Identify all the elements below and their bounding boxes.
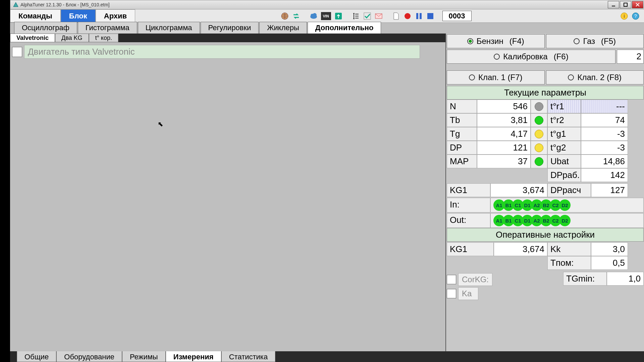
radio-valve1[interactable]: Клап. 1 (F7) [447, 70, 545, 84]
indicator-tr1 [535, 102, 543, 111]
svg-rect-10 [364, 13, 371, 19]
close-button[interactable] [632, 1, 643, 8]
btab-general[interactable]: Общие [17, 351, 56, 362]
info-icon[interactable]: i [620, 12, 628, 20]
minimize-button[interactable] [608, 1, 619, 8]
radio-indicator-off [574, 38, 580, 44]
value-DPrasch: 127 [591, 183, 628, 197]
badge-D2: D2 [559, 199, 571, 211]
app-icon [13, 2, 18, 7]
value-DPrab: 142 [581, 168, 628, 182]
indicator-tr2 [535, 116, 543, 125]
label-Ubat: Ubat [547, 155, 581, 168]
checkbox-corkg[interactable] [447, 275, 456, 284]
counter-display: 0003 [442, 11, 472, 21]
svg-point-8 [313, 13, 317, 17]
list-icon[interactable] [352, 12, 360, 20]
section-current-params: Текущие параметры [447, 86, 644, 100]
menu-commands[interactable]: Команды [10, 9, 61, 22]
value-Kk[interactable]: 3,0 [591, 242, 628, 256]
radio-valve2[interactable]: Клап. 2 (F8) [546, 70, 644, 84]
btab-measurements[interactable]: Измерения [166, 351, 221, 362]
value-Tpom[interactable]: 0,5 [591, 256, 628, 270]
label-N: N [447, 100, 477, 113]
label-op-KG1: KG1 [447, 242, 494, 256]
radio-petrol-label: Бензин [477, 37, 503, 46]
titlebar: AlphaTuner 12.1.30 - Блок - [MS_010.etm] [10, 0, 644, 9]
label-Out: Out: [447, 213, 490, 228]
label-tr2: t°r2 [547, 113, 581, 127]
checkbox-valvetronic[interactable] [12, 47, 22, 57]
btab-statistics[interactable]: Статистика [221, 351, 276, 362]
value-DP: 121 [477, 141, 531, 155]
value-tg2: -3 [581, 141, 628, 155]
svg-text:?: ? [634, 13, 637, 19]
mail-icon[interactable] [375, 12, 383, 20]
params-grid: N 546 t°r1 --- Tb 3,81 t°r2 74 Tg 4,17 t… [447, 100, 644, 182]
svg-rect-15 [427, 13, 433, 19]
svg-rect-14 [420, 13, 422, 19]
menu-block[interactable]: Блок [61, 9, 96, 22]
cloud-icon[interactable] [310, 12, 318, 20]
label-KG1: KG1 [447, 183, 490, 197]
label-Tg: Tg [447, 127, 477, 141]
calibration-value[interactable]: 2 [617, 50, 644, 64]
checkbox-valvetronic-label: Двигатель типа Valvetronic [24, 45, 420, 59]
btab-modes[interactable]: Режимы [122, 351, 166, 362]
stop-icon[interactable] [426, 12, 434, 20]
label-Tb: Tb [447, 113, 477, 127]
badges-out: A1B1C1D1A2B2C2D2 [490, 213, 644, 228]
value-N: 546 [477, 100, 531, 113]
indicator-tg2 [535, 143, 543, 152]
subtab-dvakg[interactable]: Два KG [55, 34, 89, 42]
svg-text:i: i [624, 13, 625, 19]
label-DPrasch: DPрасч [547, 183, 591, 197]
label-Kk: Kk [547, 242, 591, 256]
check-icon[interactable] [363, 12, 371, 20]
section-oper-settings: Оперативные настройки [447, 228, 644, 242]
subtab-tkor[interactable]: t° кор. [89, 34, 118, 42]
svg-marker-0 [13, 2, 18, 7]
label-tg2: t°g2 [547, 141, 581, 155]
pause-icon[interactable] [415, 12, 423, 20]
label-corkg: CorKG: [458, 273, 492, 286]
maximize-button[interactable] [620, 1, 631, 8]
value-MAP: 37 [477, 155, 531, 168]
value-Tb: 3,81 [477, 113, 531, 127]
tab-jets[interactable]: Жиклеры [259, 22, 307, 34]
label-TGmin: TGmin: [563, 272, 607, 286]
bottom-tabs: Общие Оборудование Режимы Измерения Стат… [10, 351, 644, 362]
label-In: In: [447, 198, 490, 213]
help-icon[interactable]: ? [632, 12, 640, 20]
vin-icon[interactable]: VIN [321, 12, 331, 20]
badges-in: A1B1C1D1A2B2C2D2 [490, 198, 644, 213]
indicator-tg1 [535, 130, 543, 138]
sub-tabs: Valvetronic Два KG t° кор. [10, 34, 445, 42]
value-TGmin[interactable]: 1,0 [607, 272, 644, 286]
tab-adjustments[interactable]: Регулировки [201, 22, 259, 34]
radio-gas[interactable]: Газ (F5) [546, 34, 644, 48]
indicator-Ubat [535, 157, 543, 166]
value-Ubat: 14,86 [581, 155, 628, 168]
button-calibration[interactable]: Калибровка (F6) [447, 50, 615, 64]
record-icon[interactable] [404, 12, 412, 20]
tab-oscillograph[interactable]: Осциллограф [14, 22, 77, 34]
menu-archive[interactable]: Архив [96, 9, 135, 22]
radio-petrol[interactable]: Бензин (F4) [447, 34, 545, 48]
svg-point-12 [405, 13, 411, 19]
label-tr1: t°r1 [547, 100, 581, 113]
label-DP: DP [447, 141, 477, 155]
tab-histogram[interactable]: Гистограмма [78, 22, 137, 34]
checkbox-ka[interactable] [447, 289, 456, 298]
new-file-icon[interactable] [392, 12, 400, 20]
tab-extra[interactable]: Дополнительно [308, 22, 381, 34]
label-DPrab: DPраб. [547, 168, 581, 182]
tab-cyclogram[interactable]: Циклограмма [138, 22, 200, 34]
btab-equipment[interactable]: Оборудование [56, 351, 122, 362]
subtab-valvetronic[interactable]: Valvetronic [10, 34, 55, 42]
globe-icon[interactable] [281, 12, 289, 20]
upload-icon[interactable] [334, 12, 342, 20]
radio-gas-label: Газ [583, 37, 595, 46]
sync-icon[interactable] [292, 12, 300, 20]
value-op-KG1[interactable]: 3,674 [494, 242, 547, 256]
